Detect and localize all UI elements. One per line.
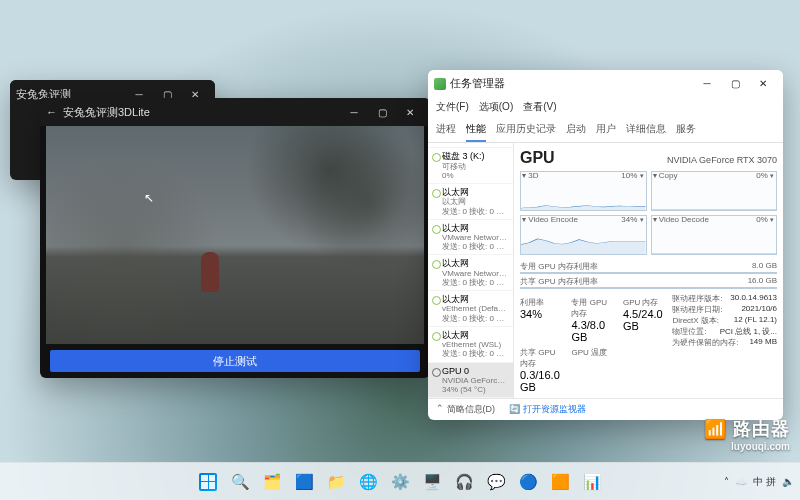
app-icon-a[interactable]: 🔵 (514, 468, 542, 496)
music-app-icon[interactable]: 🎧 (450, 468, 478, 496)
edge-icon[interactable]: 🌐 (354, 468, 382, 496)
widgets-icon[interactable]: 🟦 (290, 468, 318, 496)
settings-icon[interactable]: ⚙️ (386, 468, 414, 496)
tray-speaker-icon[interactable]: 🔈 (782, 476, 794, 487)
sidebar-item[interactable]: 以太网vEthernet (Default Sw...发送: 0 接收: 0 K… (428, 291, 513, 327)
tray-chevron-icon[interactable]: ˄ (724, 476, 729, 487)
tab-app-history[interactable]: 应用历史记录 (496, 118, 556, 142)
gpu-stat: 共享 GPU 内存0.3/16.0 GB (520, 347, 563, 393)
sidebar-item[interactable]: 以太网vEthernet (WSL)发送: 0 接收: 0 Kbps (428, 327, 513, 363)
dedicated-gpu-memory-chart (520, 272, 777, 274)
benchmark-3d-viewport: ↖ (46, 126, 424, 344)
performance-sidebar[interactable]: HDD0%磁盘 2 (C: H: I:)SSD0%磁盘 3 (K:)可移动0%以… (428, 143, 514, 398)
sidebar-item[interactable]: 磁盘 3 (K:)可移动0% (428, 148, 513, 184)
shared-gpu-memory-chart (520, 287, 777, 289)
gpu-heading: GPU (520, 149, 555, 167)
watermark-icon: 📶 (704, 419, 727, 439)
shared-mem-max: 16.0 GB (748, 276, 777, 287)
menu-file[interactable]: 文件(F) (436, 100, 469, 114)
task-manager-tabs: 进程 性能 应用历史记录 启动 用户 详细信息 服务 (428, 118, 783, 143)
app-icon-b[interactable]: 🟧 (546, 468, 574, 496)
tab-startup[interactable]: 启动 (566, 118, 586, 142)
tab-details[interactable]: 详细信息 (626, 118, 666, 142)
taskmgr-taskbar-icon[interactable]: 📊 (578, 468, 606, 496)
watermark: 📶 路由器 luyouqi.com (704, 417, 790, 452)
taskbar[interactable]: 🔍 🗂️ 🟦 📁 🌐 ⚙️ 🖥️ 🎧 💬 🔵 🟧 📊 ˄ ☁️ 中 拼 🔈 (0, 462, 800, 500)
fewer-details-toggle[interactable]: ⌃ 简略信息(D) (436, 403, 495, 416)
dedicated-mem-label: 专用 GPU 内存利用率 (520, 261, 598, 272)
start-button[interactable] (194, 468, 222, 496)
back-icon[interactable]: ← (46, 106, 57, 118)
gpu-stat: 利用率34% (520, 297, 563, 343)
monitor-app-icon[interactable]: 🖥️ (418, 468, 446, 496)
maximize-button[interactable]: ▢ (721, 72, 749, 96)
gpu-engine-chart[interactable]: ▾ Copy0% ▾ (651, 171, 778, 211)
antutu-3dlite-window: ← 安兔兔评测3DLite ─ ▢ ✕ ↖ 停止测试 (40, 98, 430, 378)
tab-processes[interactable]: 进程 (436, 118, 456, 142)
sidebar-item[interactable]: GPU 0NVIDIA GeForce RTX ...34% (54 °C) (428, 363, 513, 398)
gpu-driver-info: 驱动程序版本:30.0.14.9613驱动程序日期:2021/10/6Direc… (672, 293, 777, 393)
gpu-stat: 专用 GPU 内存4.3/8.0 GB (571, 297, 614, 343)
menu-options[interactable]: 选项(O) (479, 100, 513, 114)
explorer-icon[interactable]: 📁 (322, 468, 350, 496)
taskbar-search-icon[interactable]: 🔍 (226, 468, 254, 496)
gpu-engine-chart[interactable]: ▾ Video Encode34% ▾ (520, 215, 647, 255)
task-view-icon[interactable]: 🗂️ (258, 468, 286, 496)
antutu-3dlite-titlebar[interactable]: ← 安兔兔评测3DLite ─ ▢ ✕ (40, 98, 430, 126)
task-manager-window: 任务管理器 ─ ▢ ✕ 文件(F) 选项(O) 查看(V) 进程 性能 应用历史… (428, 70, 783, 420)
close-button[interactable]: ✕ (749, 72, 777, 96)
tray-ime-indicator[interactable]: 中 拼 (753, 475, 776, 489)
tab-users[interactable]: 用户 (596, 118, 616, 142)
stop-test-button[interactable]: 停止测试 (50, 350, 420, 372)
task-manager-menubar: 文件(F) 选项(O) 查看(V) (428, 98, 783, 118)
minimize-button[interactable]: ─ (693, 72, 721, 96)
tab-services[interactable]: 服务 (676, 118, 696, 142)
system-tray[interactable]: ˄ ☁️ 中 拼 🔈 (724, 475, 794, 489)
sidebar-item[interactable]: 以太网VMware Network Ad...发送: 0 接收: 0 Kbps (428, 220, 513, 256)
gpu-engine-chart[interactable]: ▾ Video Decode0% ▾ (651, 215, 778, 255)
chat-app-icon[interactable]: 💬 (482, 468, 510, 496)
tray-onedrive-icon[interactable]: ☁️ (735, 476, 747, 487)
maximize-button[interactable]: ▢ (368, 100, 396, 124)
antutu-3dlite-title: 安兔兔评测3DLite (63, 105, 340, 120)
gpu-engine-chart-grid: ▾ 3D10% ▾▾ Copy0% ▾▾ Video Encode34% ▾▾ … (520, 171, 777, 255)
gpu-stat: GPU 内存4.5/24.0 GB (623, 297, 666, 343)
close-button[interactable]: ✕ (396, 100, 424, 124)
gpu-engine-chart[interactable]: ▾ 3D10% ▾ (520, 171, 647, 211)
gpu-detail-pane: GPU NVIDIA GeForce RTX 3070 ▾ 3D10% ▾▾ C… (514, 143, 783, 398)
menu-view[interactable]: 查看(V) (523, 100, 556, 114)
tab-performance[interactable]: 性能 (466, 118, 486, 142)
task-manager-title: 任务管理器 (450, 76, 693, 91)
shared-mem-label: 共享 GPU 内存利用率 (520, 276, 598, 287)
minimize-button[interactable]: ─ (340, 100, 368, 124)
sidebar-item[interactable]: 以太网以太网发送: 0 接收: 0 Kbps (428, 184, 513, 220)
task-manager-icon (434, 78, 446, 90)
open-resource-monitor-link[interactable]: 🔄 打开资源监视器 (509, 403, 586, 416)
gpu-stat: GPU 温度 (571, 347, 614, 393)
cursor-icon: ↖ (144, 191, 154, 205)
sidebar-item[interactable]: 以太网VMware Network Ad...发送: 0 接收: 0 Kbps (428, 255, 513, 291)
scene-object-boot (201, 252, 219, 292)
task-manager-titlebar[interactable]: 任务管理器 ─ ▢ ✕ (428, 70, 783, 98)
dedicated-mem-max: 8.0 GB (752, 261, 777, 272)
gpu-model-label: NVIDIA GeForce RTX 3070 (667, 155, 777, 165)
